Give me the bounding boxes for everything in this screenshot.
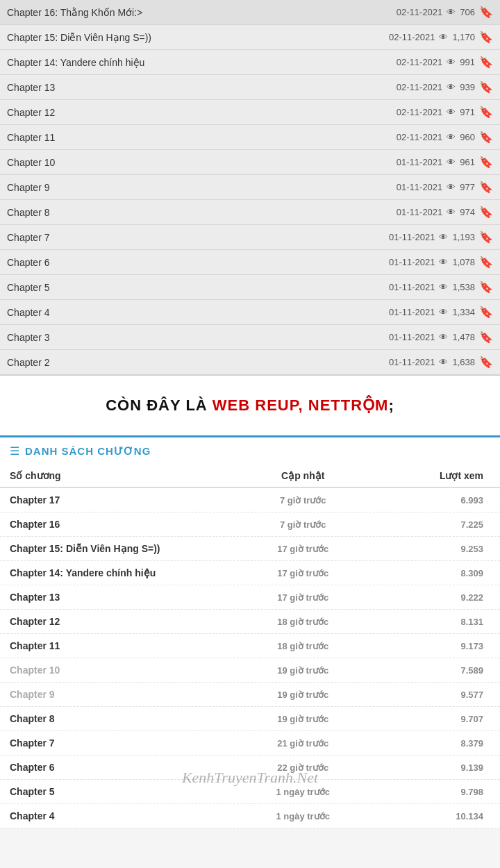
bottom-list-item[interactable]: Chapter 6 22 giờ trước 9.139: [0, 756, 500, 780]
eye-icon: 👁: [439, 307, 448, 317]
top-list-item[interactable]: Chapter 7 01-11-2021 👁 1,193 🔖: [0, 225, 500, 250]
bottom-list-item[interactable]: Chapter 5 1 ngày trước 9.798: [0, 780, 500, 804]
top-list-item[interactable]: Chapter 5 01-11-2021 👁 1,538 🔖: [0, 275, 500, 300]
bookmark-icon[interactable]: 🔖: [479, 331, 493, 344]
bottom-list-item[interactable]: Chapter 15: Diễn Viên Hạng S=)) 17 giờ t…: [0, 537, 500, 561]
chapter-title: Chapter 11: [7, 132, 397, 143]
warning-black2: ;: [388, 397, 394, 414]
chapter-date: 02-11-2021: [397, 132, 443, 142]
bookmark-icon[interactable]: 🔖: [479, 206, 493, 219]
chapter-meta: 02-11-2021 👁 960 🔖: [397, 131, 493, 144]
top-list-item[interactable]: Chapter 8 01-11-2021 👁 974 🔖: [0, 200, 500, 225]
chapter-views: 9.707: [371, 714, 490, 724]
chapter-title: Chapter 5: [10, 786, 235, 797]
chapter-views: 7.225: [371, 519, 490, 530]
chapter-views: 974: [460, 207, 475, 217]
bookmark-icon[interactable]: 🔖: [479, 231, 493, 244]
eye-icon: 👁: [439, 32, 448, 42]
chapter-update: 18 giờ trước: [235, 641, 371, 651]
bookmark-icon[interactable]: 🔖: [479, 356, 493, 369]
eye-icon: 👁: [447, 207, 456, 217]
chapter-title: Chapter 6: [10, 762, 235, 773]
chapter-views: 1,538: [452, 282, 475, 292]
bottom-list-item[interactable]: Chapter 7 21 giờ trước 8.379: [0, 731, 500, 756]
bookmark-icon[interactable]: 🔖: [479, 56, 493, 69]
chapter-update: 18 giờ trước: [235, 617, 371, 627]
bookmark-icon[interactable]: 🔖: [479, 131, 493, 144]
bottom-list-item[interactable]: Chapter 9 19 giờ trước 9.577: [0, 683, 500, 707]
header-views: Lượt xem: [371, 470, 490, 481]
bottom-list-item[interactable]: Chapter 17 7 giờ trước 6.993: [0, 488, 500, 512]
bookmark-icon[interactable]: 🔖: [479, 281, 493, 294]
chapter-date: 02-11-2021: [397, 107, 443, 117]
top-list-item[interactable]: Chapter 13 02-11-2021 👁 939 🔖: [0, 75, 500, 100]
top-list-item[interactable]: Chapter 4 01-11-2021 👁 1,334 🔖: [0, 300, 500, 325]
chapter-title: Chapter 12: [7, 107, 397, 118]
chapter-title: Chapter 13: [10, 592, 235, 603]
chapter-views: 9.577: [371, 690, 490, 700]
top-list-item[interactable]: Chapter 12 02-11-2021 👁 971 🔖: [0, 100, 500, 125]
top-list-item[interactable]: Chapter 2 01-11-2021 👁 1,638 🔖: [0, 350, 500, 375]
top-list-item[interactable]: Chapter 15: Diễn Viên Hạng S=)) 02-11-20…: [0, 25, 500, 50]
chapter-date: 01-11-2021: [397, 157, 443, 167]
chapter-title: Chapter 14: Yandere chính hiệu: [7, 57, 397, 68]
bottom-list-item[interactable]: Chapter 14: Yandere chính hiệu 17 giờ tr…: [0, 561, 500, 585]
eye-icon: 👁: [439, 257, 448, 267]
warning-black1: CÒN ĐÂY LÀ: [106, 397, 212, 414]
chapter-title: Chapter 14: Yandere chính hiệu: [10, 567, 235, 578]
chapter-update: 19 giờ trước: [235, 714, 371, 724]
chapter-title: Chapter 7: [7, 232, 389, 243]
chapter-title: Chapter 9: [10, 689, 235, 700]
bookmark-icon[interactable]: 🔖: [479, 81, 493, 94]
chapter-views: 991: [460, 57, 475, 67]
top-list-item[interactable]: Chapter 16: Thằng Khốn Mới:> 02-11-2021 …: [0, 0, 500, 25]
bottom-list-item[interactable]: Chapter 16 7 giờ trước 7.225: [0, 512, 500, 537]
chapter-views: 9.139: [371, 762, 490, 773]
bookmark-icon[interactable]: 🔖: [479, 106, 493, 119]
bottom-list-item[interactable]: Chapter 11 18 giờ trước 9.173: [0, 634, 500, 658]
top-list-item[interactable]: Chapter 10 01-11-2021 👁 961 🔖: [0, 150, 500, 175]
chapter-title: Chapter 7: [10, 737, 235, 749]
bottom-list-item[interactable]: Chapter 8 19 giờ trước 9.707: [0, 707, 500, 731]
bottom-list-item[interactable]: Chapter 12 18 giờ trước 8.131: [0, 610, 500, 634]
table-header: Số chương Cập nhật Lượt xem: [0, 465, 500, 488]
chapter-title: Chapter 10: [10, 665, 235, 676]
bookmark-icon[interactable]: 🔖: [479, 6, 493, 19]
bookmark-icon[interactable]: 🔖: [479, 256, 493, 269]
chapter-meta: 02-11-2021 👁 939 🔖: [397, 81, 493, 94]
chapter-views: 971: [460, 107, 475, 117]
eye-icon: 👁: [439, 282, 448, 292]
chapter-title: Chapter 11: [10, 640, 235, 651]
chapter-views: 8.379: [371, 738, 490, 749]
chapter-title: Chapter 4: [7, 307, 389, 318]
bookmark-icon[interactable]: 🔖: [479, 306, 493, 319]
chapter-update: 21 giờ trước: [235, 738, 371, 749]
top-list-item[interactable]: Chapter 14: Yandere chính hiệu 02-11-202…: [0, 50, 500, 75]
top-list-item[interactable]: Chapter 11 02-11-2021 👁 960 🔖: [0, 125, 500, 150]
bookmark-icon[interactable]: 🔖: [479, 31, 493, 44]
chapter-update: 17 giờ trước: [235, 568, 371, 578]
top-list-item[interactable]: Chapter 9 01-11-2021 👁 977 🔖: [0, 175, 500, 200]
top-list-item[interactable]: Chapter 3 01-11-2021 👁 1,478 🔖: [0, 325, 500, 350]
chapter-date: 02-11-2021: [389, 32, 435, 42]
chapter-title: Chapter 16: [10, 519, 235, 530]
bottom-chapter-list: Số chương Cập nhật Lượt xem Chapter 17 7…: [0, 465, 500, 828]
eye-icon: 👁: [447, 82, 456, 92]
chapter-views: 7.589: [371, 665, 490, 676]
chapter-meta: 01-11-2021 👁 1,478 🔖: [389, 331, 493, 344]
section-title: DANH SÁCH CHƯƠNG: [25, 445, 151, 458]
bookmark-icon[interactable]: 🔖: [479, 181, 493, 194]
bottom-list-item[interactable]: Chapter 13 17 giờ trước 9.222: [0, 585, 500, 610]
bottom-list-item[interactable]: Chapter 10 19 giờ trước 7.589: [0, 658, 500, 683]
top-list-item[interactable]: Chapter 6 01-11-2021 👁 1,078 🔖: [0, 250, 500, 275]
eye-icon: 👁: [447, 132, 456, 142]
bookmark-icon[interactable]: 🔖: [479, 156, 493, 169]
chapter-update: 7 giờ trước: [235, 495, 371, 506]
bottom-list-item[interactable]: Chapter 4 1 ngày trước 10.134: [0, 804, 500, 828]
chapter-meta: 02-11-2021 👁 1,170 🔖: [389, 31, 493, 44]
chapter-date: 01-11-2021: [389, 282, 435, 292]
chapter-meta: 01-11-2021 👁 1,334 🔖: [389, 306, 493, 319]
chapter-meta: 01-11-2021 👁 1,193 🔖: [389, 231, 493, 244]
chapter-date: 01-11-2021: [389, 307, 435, 317]
chapter-title: Chapter 6: [7, 257, 389, 268]
